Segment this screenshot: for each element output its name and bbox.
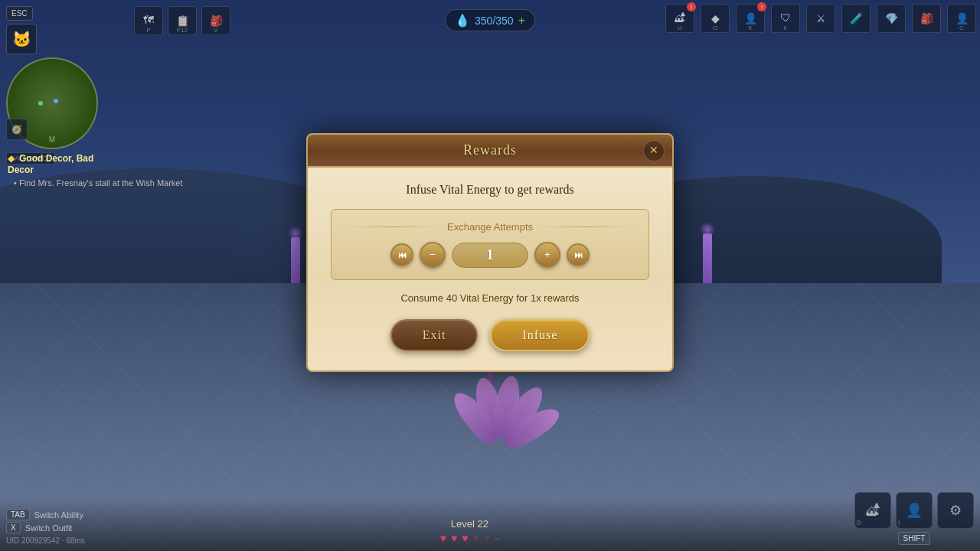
minimap-player-dot <box>38 101 43 106</box>
hud-icon-character[interactable]: 👤 ! K <box>736 4 765 33</box>
left-panel-icons: 🧭 <box>6 119 28 140</box>
camp-badge: ! <box>687 2 696 11</box>
bottom-right-hud: 🏕 0 👤 I ⚙ SHIFT <box>854 492 980 545</box>
esc-button[interactable]: ESC <box>6 6 33 21</box>
consume-text: Consume 40 Vital Energy for 1x rewards <box>331 292 649 304</box>
hud-icon-map[interactable]: 🗺 P <box>134 6 163 35</box>
heart-4: ♥ <box>473 533 479 545</box>
tab-key-badge: TAB <box>6 509 30 520</box>
exchange-controls: ⏮ − 1 + ⏭ <box>347 242 633 268</box>
modal-header: Rewards ✕ <box>308 135 672 168</box>
vital-energy-value: 350/350 <box>475 15 514 27</box>
modal-title: Rewards <box>463 142 517 158</box>
vital-energy-icon: 💧 <box>455 13 470 28</box>
hud-icon-camp[interactable]: 🏕 ! U <box>665 4 694 33</box>
switch-ability-hotkey: TAB Switch Ability <box>6 509 85 520</box>
hud-bottom: TAB Switch Ability X Switch Outfit UID 2… <box>0 497 980 551</box>
bottom-icon-2[interactable]: 👤 I <box>896 492 933 529</box>
exchange-value: 1 <box>452 243 528 268</box>
hud-icon-items[interactable]: 🧪 <box>841 4 871 33</box>
hud-icon-quest[interactable]: 📋 F12 <box>168 6 197 35</box>
heart-5: ♥ <box>484 533 490 545</box>
heart-1: ♥ <box>440 533 446 545</box>
modal-subtitle: Infuse Vital Energy to get rewards <box>331 183 649 197</box>
exit-button[interactable]: Exit <box>390 319 479 351</box>
top-left-icons: 🗺 P 📋 F12 🎒 V <box>134 6 230 35</box>
exchange-box: Exchange Attempts ⏮ − 1 + ⏭ <box>331 209 649 280</box>
exchange-label: Exchange Attempts <box>347 221 633 233</box>
exchange-min-button[interactable]: ⏮ <box>390 243 413 266</box>
health-dots: ·· <box>495 533 499 545</box>
bottom-icon-1[interactable]: 🏕 0 <box>854 492 891 529</box>
bottom-action-icons: 🏕 0 👤 I ⚙ <box>854 492 974 529</box>
shift-key-badge: SHIFT <box>898 532 931 545</box>
modal-close-button[interactable]: ✕ <box>643 140 665 161</box>
level-display: Level 22 <box>451 518 488 530</box>
exchange-increase-button[interactable]: + <box>534 242 560 268</box>
hud-icon-battle[interactable]: ⚔ <box>806 4 835 33</box>
hud-icons-right: 🏕 ! U ◆ O 👤 ! K 🛡 K ⚔ 🧪 💎 🎒 👤 C <box>665 4 976 33</box>
hud-icon-store[interactable]: 💎 <box>877 4 906 33</box>
vital-energy-plus-button[interactable]: + <box>518 14 525 28</box>
char-badge: ! <box>757 2 766 11</box>
bottom-icon-3[interactable]: ⚙ <box>937 492 974 529</box>
bottom-left-hud: TAB Switch Ability X Switch Outfit UID 2… <box>0 509 85 545</box>
left-icon-compass[interactable]: 🧭 <box>6 119 28 140</box>
bottom-center-hud: Level 22 ♥ ♥ ♥ ♥ ♥ ·· <box>85 518 854 545</box>
minimap-npc-dot <box>54 99 58 103</box>
switch-ability-label: Switch Ability <box>34 510 83 520</box>
rewards-modal: Rewards ✕ Infuse Vital Energy to get rew… <box>306 133 674 372</box>
modal-body: Infuse Vital Energy to get rewards Excha… <box>308 168 672 370</box>
quest-task: Find Mrs. Fresnay's stall at the Wish Ma… <box>8 178 183 187</box>
modal-buttons: Exit Infuse <box>331 319 649 351</box>
health-bar: ♥ ♥ ♥ ♥ ♥ ·· <box>440 533 500 545</box>
hud-icon-gem[interactable]: ◆ O <box>701 4 730 33</box>
hud-icon-skills[interactable]: 🛡 K <box>771 4 800 33</box>
infuse-button[interactable]: Infuse <box>490 319 590 351</box>
switch-outfit-label: Switch Outfit <box>25 523 73 533</box>
player-avatar: 🐱 <box>6 24 37 54</box>
heart-2: ♥ <box>451 533 457 545</box>
x-key-badge: X <box>6 522 21 533</box>
hud-icon-inventory[interactable]: 🎒 V <box>201 6 230 35</box>
quest-title: Good Decor, Bad <box>19 153 93 164</box>
heart-3: ♥ <box>462 533 468 545</box>
quest-subtitle: Decor <box>8 165 183 175</box>
exchange-max-button[interactable]: ⏭ <box>567 243 590 266</box>
hud-icon-profile[interactable]: 👤 C <box>947 4 976 33</box>
hud-icon-bag[interactable]: 🎒 <box>912 4 941 33</box>
quest-panel: ◆ Good Decor, Bad Decor Find Mrs. Fresna… <box>8 153 183 187</box>
quest-diamond-icon: ◆ <box>8 153 15 165</box>
hud-top-left: ESC 🐱 BACKSPACE <box>6 6 98 165</box>
switch-outfit-hotkey: X Switch Outfit <box>6 522 85 533</box>
uid-display: UID 200929542 · 68ms <box>6 536 85 545</box>
vital-energy-display: 💧 350/350 + <box>445 9 535 31</box>
exchange-decrease-button[interactable]: − <box>420 242 446 268</box>
